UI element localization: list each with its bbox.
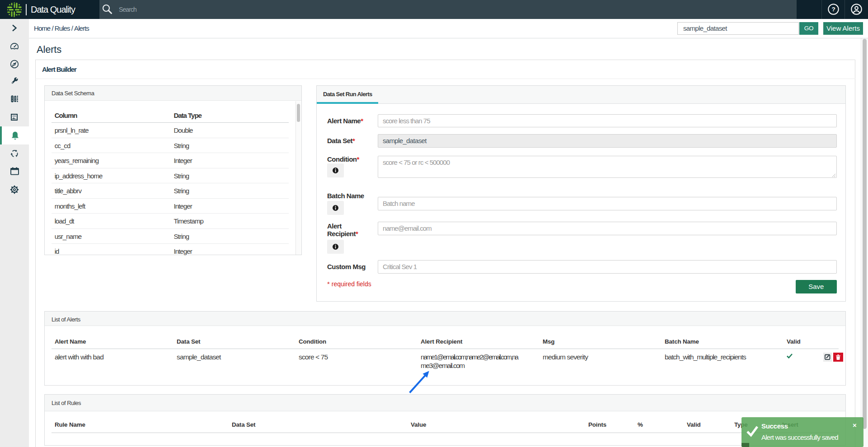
svg-text:?: ?	[831, 6, 835, 13]
